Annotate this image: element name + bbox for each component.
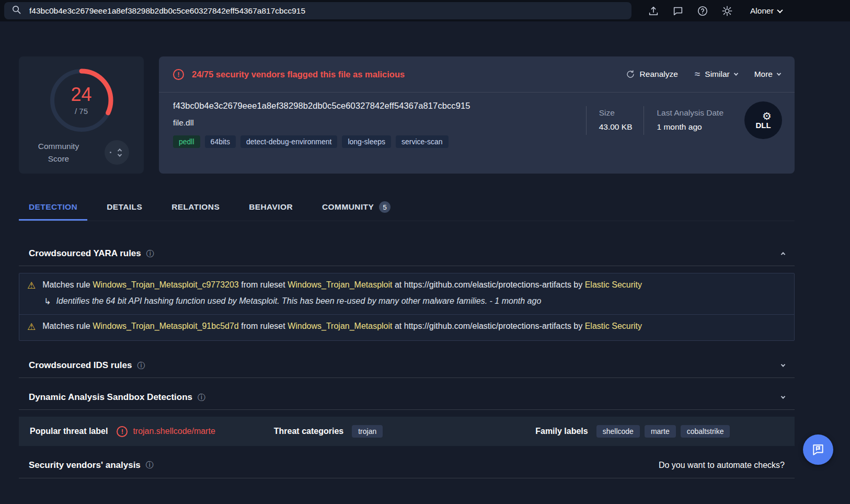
yara-rule-text: Matches rule Windows_Trojan_Metasploit_9…: [42, 322, 642, 331]
reanalyze-button[interactable]: Reanalyze: [626, 70, 678, 79]
info-icon[interactable]: ⓘ: [198, 393, 205, 403]
report-tabs: DETECTION DETAILS RELATIONS BEHAVIOR COM…: [19, 193, 795, 221]
tag-service-scan[interactable]: service-scan: [396, 135, 449, 148]
chevron-down-icon: [733, 71, 738, 75]
file-size: Size 43.00 KB: [586, 106, 644, 135]
comment-icon[interactable]: [672, 5, 684, 17]
sandbox-section-header[interactable]: Dynamic Analysis Sandbox Detections ⓘ: [19, 385, 795, 410]
search-input[interactable]: f43bc0b4e3c2679eee1a8ef38298b2db0c5ce603…: [4, 2, 631, 19]
yara-rule-text: Matches rule Windows_Trojan_Metasploit_c…: [42, 280, 642, 290]
vote-down-icon[interactable]: [118, 152, 122, 156]
rule-name: Windows_Trojan_Metasploit_c9773203: [93, 280, 239, 289]
user-name: Aloner: [750, 6, 774, 16]
return-arrow-icon: ↳: [44, 296, 51, 306]
detection-score-gauge: 24 / 75: [47, 66, 116, 135]
rule-author: Elastic Security: [585, 280, 642, 289]
tab-label: DETECTION: [29, 202, 77, 212]
family-marte[interactable]: marte: [645, 425, 676, 438]
tag-detect-debug-environment[interactable]: detect-debug-environment: [240, 135, 337, 148]
popular-threat-band: Popular threat label ! trojan.shellcode/…: [19, 417, 795, 446]
sandbox-section-title: Dynamic Analysis Sandbox Detections: [29, 392, 192, 403]
user-menu[interactable]: Aloner: [750, 6, 782, 16]
info-icon[interactable]: ⓘ: [137, 361, 145, 371]
flag-bubble-icon: [811, 443, 825, 456]
family-labels-label: Family labels: [535, 427, 588, 436]
help-icon[interactable]: [696, 5, 709, 17]
score-value: 24: [71, 85, 91, 104]
main-content: 24 / 75 Community Score ! 24/75 security…: [19, 56, 795, 504]
date-value: 1 month ago: [657, 122, 723, 132]
search-value: f43bc0b4e3c2679eee1a8ef38298b2db0c5ce603…: [29, 6, 305, 16]
tab-label: RELATIONS: [171, 202, 220, 212]
community-score-card: 24 / 75 Community Score: [19, 56, 144, 174]
ruleset-name: Windows_Trojan_Metasploit: [288, 322, 392, 330]
automate-checks-link[interactable]: Do you want to automate checks?: [659, 461, 785, 470]
feedback-fab-button[interactable]: [803, 434, 833, 465]
yara-section-header[interactable]: Crowdsourced YARA rules ⓘ: [19, 242, 795, 266]
warning-triangle-icon: ⚠: [27, 280, 36, 292]
yara-rules-box: ⚠ Matches rule Windows_Trojan_Metasploit…: [19, 273, 795, 341]
more-button[interactable]: More: [754, 70, 780, 79]
tag-long-sleeps[interactable]: long-sleeps: [342, 135, 391, 148]
tab-label: BEHAVIOR: [249, 202, 293, 212]
date-label: Last Analysis Date: [657, 108, 723, 118]
reanalyze-label: Reanalyze: [640, 70, 678, 79]
topbar-actions: [647, 5, 733, 17]
search-icon: [12, 5, 21, 17]
last-analysis-date: Last Analysis Date 1 month ago: [644, 106, 735, 135]
flag-text: 24/75 security vendors flagged this file…: [192, 70, 405, 79]
size-label: Size: [599, 108, 633, 118]
similar-button[interactable]: ≈ Similar: [695, 68, 738, 80]
yara-rule-item: ⚠ Matches rule Windows_Trojan_Metasploit…: [19, 273, 794, 314]
community-score-label: Community Score: [33, 140, 84, 165]
ids-section-title: Crowdsourced IDS rules: [29, 360, 132, 371]
more-label: More: [754, 70, 773, 79]
rule-name: Windows_Trojan_Metasploit_91bc5d7d: [93, 322, 239, 330]
chevron-down-icon[interactable]: [781, 395, 785, 399]
chevron-down-icon[interactable]: [781, 363, 785, 367]
tab-community[interactable]: COMMUNITY 5: [312, 193, 400, 221]
tab-relations[interactable]: RELATIONS: [162, 193, 229, 221]
info-icon[interactable]: ⓘ: [146, 249, 154, 259]
yara-section-title: Crowdsourced YARA rules: [29, 248, 141, 259]
alert-icon: !: [173, 69, 184, 80]
popular-threat-label: Popular threat label: [30, 427, 108, 436]
ruleset-name: Windows_Trojan_Metasploit: [288, 280, 392, 289]
tag-pedll[interactable]: pedll: [173, 135, 200, 148]
threat-category-trojan[interactable]: trojan: [352, 425, 383, 438]
chevron-up-icon[interactable]: [781, 252, 785, 256]
ids-section-header[interactable]: Crowdsourced IDS rules ⓘ: [19, 353, 795, 378]
tag-64bits[interactable]: 64bits: [205, 135, 236, 148]
vendors-section-header: Security vendors' analysis ⓘ Do you want…: [19, 452, 795, 478]
file-meta: Size 43.00 KB Last Analysis Date 1 month…: [586, 101, 782, 139]
upload-icon[interactable]: [647, 5, 660, 17]
theme-sun-icon[interactable]: [721, 5, 733, 17]
file-type-badge: ⚙ DLL: [744, 101, 782, 139]
yara-rule-item: ⚠ Matches rule Windows_Trojan_Metasploit…: [19, 314, 794, 341]
gear-icon: ⚙: [762, 111, 772, 121]
similar-label: Similar: [705, 70, 729, 79]
vendors-section-title: Security vendors' analysis: [29, 460, 141, 471]
score-total: / 75: [75, 107, 88, 116]
popular-threat-value: trojan.shellcode/marte: [133, 427, 215, 436]
family-cobaltstrike[interactable]: cobaltstrike: [681, 425, 730, 438]
tab-behavior[interactable]: BEHAVIOR: [239, 193, 303, 221]
tab-detection[interactable]: DETECTION: [19, 193, 87, 221]
community-count-badge: 5: [379, 201, 390, 213]
info-icon[interactable]: ⓘ: [146, 460, 154, 470]
chevron-down-icon: [777, 71, 781, 75]
alert-icon: !: [117, 426, 128, 437]
topbar: f43bc0b4e3c2679eee1a8ef38298b2db0c5ce603…: [0, 0, 850, 21]
tab-label: DETAILS: [107, 202, 142, 212]
yara-rule-description: ↳ Identifies the 64 bit API hashing func…: [44, 296, 786, 306]
community-vote-widget[interactable]: [105, 140, 129, 165]
threat-categories-label: Threat categories: [274, 427, 343, 436]
warning-triangle-icon: ⚠: [27, 322, 36, 333]
tab-label: COMMUNITY: [322, 202, 374, 212]
file-type-label: DLL: [755, 121, 771, 130]
tab-details[interactable]: DETAILS: [97, 193, 152, 221]
rule-author: Elastic Security: [585, 322, 642, 330]
detection-flag-message: ! 24/75 security vendors flagged this fi…: [173, 69, 405, 80]
similar-icon: ≈: [695, 68, 700, 80]
family-shellcode[interactable]: shellcode: [596, 425, 640, 438]
